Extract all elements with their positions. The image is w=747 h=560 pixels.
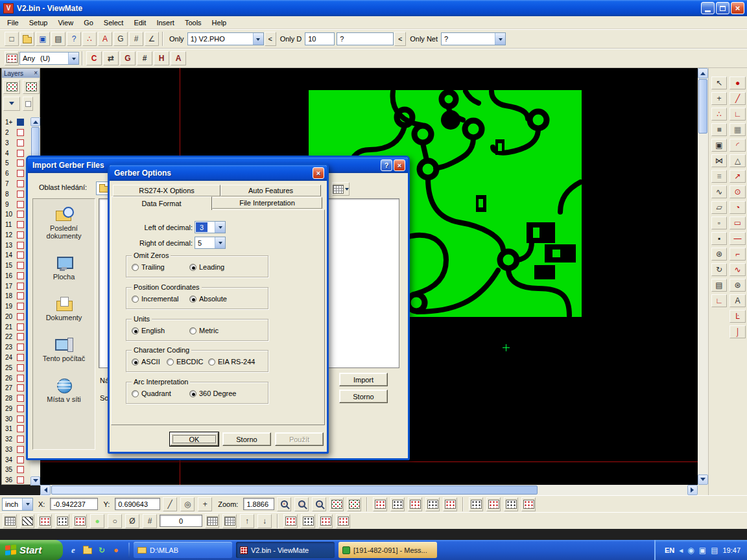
d-code-grid-icon[interactable]: # — [129, 32, 143, 46]
layer-visibility-box[interactable] — [17, 292, 24, 299]
radio-ascii[interactable]: ASCII — [132, 358, 160, 366]
save-icon[interactable]: ▣ — [36, 32, 50, 46]
circle-pad-icon[interactable]: ⊙ — [729, 185, 746, 198]
layer-visibility-box[interactable] — [17, 405, 24, 412]
close-icon[interactable]: × — [34, 70, 38, 76]
dcode-table-icon[interactable] — [390, 497, 405, 511]
chevron-down-icon[interactable] — [253, 33, 263, 45]
net-filter-combo[interactable]: ? — [441, 32, 506, 45]
prev-dcode-button[interactable]: < — [265, 32, 276, 46]
cancel-button[interactable]: Storno — [339, 390, 388, 403]
export-table-icon[interactable] — [521, 497, 536, 511]
layer-visibility-box[interactable] — [17, 344, 24, 351]
grid-dots-icon[interactable] — [3, 514, 17, 528]
c-code-icon[interactable]: C — [86, 51, 102, 65]
export-icon[interactable]: ▤ — [711, 279, 727, 292]
trace-table-icon[interactable] — [73, 514, 87, 528]
place-item[interactable]: Poslední dokumenty — [34, 207, 94, 240]
start-button[interactable]: Start — [0, 540, 63, 560]
rotate-icon[interactable]: ↻ — [711, 263, 727, 276]
l-tool-icon[interactable]: Ŀ — [729, 310, 746, 323]
layer-row[interactable]: 2 — [2, 128, 30, 138]
layer-view-button[interactable] — [3, 80, 20, 94]
close-button[interactable]: × — [394, 159, 405, 171]
pad-report-icon[interactable] — [283, 514, 298, 528]
grid-table-icon[interactable]: # — [143, 514, 157, 528]
ruler-icon[interactable]: ∠ — [145, 32, 159, 46]
layer-visibility-box[interactable] — [17, 446, 24, 453]
layer-visibility-box[interactable] — [17, 333, 24, 340]
dot-grid2-icon[interactable] — [222, 514, 237, 528]
menu-item[interactable]: Tools — [180, 18, 207, 28]
circle-tool-icon[interactable]: ○ — [108, 514, 122, 528]
chevron-down-icon[interactable] — [22, 498, 32, 510]
merge-table-icon[interactable] — [504, 497, 518, 511]
mirror-icon[interactable]: ⋈ — [711, 154, 727, 167]
place-item[interactable]: Plocha — [34, 255, 94, 281]
ok-button[interactable]: OK — [170, 432, 219, 446]
keyboard-tray-icon[interactable]: ▤ — [711, 546, 718, 554]
chevron-down-icon[interactable] — [215, 222, 225, 233]
null-aperture-icon[interactable]: Ø — [125, 514, 139, 528]
radio-leading[interactable]: Leading — [189, 263, 224, 271]
layer-visibility-box[interactable] — [17, 476, 24, 484]
arc-tool-icon[interactable]: ◜ — [729, 139, 746, 152]
hatch-icon[interactable]: ≡ — [711, 170, 727, 183]
radio-ebcdic[interactable]: EBCDIC — [167, 358, 204, 366]
g-code-icon[interactable]: G — [113, 32, 128, 46]
layer-table-icon[interactable] — [373, 497, 387, 511]
layer-visibility-box[interactable] — [17, 415, 24, 423]
measure-line-icon[interactable]: ╱ — [163, 497, 177, 511]
zoom-selection-icon[interactable]: ○ — [312, 497, 326, 511]
layer-visibility-box[interactable] — [17, 313, 24, 320]
layer-visibility-box[interactable] — [17, 191, 24, 198]
close-button[interactable]: × — [313, 167, 324, 179]
left-of-decimal-combo[interactable]: 3 — [195, 221, 226, 233]
layer-visibility-box[interactable] — [17, 283, 24, 290]
zigzag-icon[interactable]: ∿ — [729, 263, 746, 276]
import-button[interactable]: Import — [339, 373, 388, 386]
rect-outline-icon[interactable]: ▭ — [729, 216, 746, 229]
menu-item[interactable]: File — [2, 18, 24, 28]
tab-file-interpretation[interactable]: File Interpretation — [212, 197, 322, 209]
line-tool-icon[interactable]: ╱ — [729, 92, 746, 105]
layer-visibility-box[interactable] — [17, 303, 24, 310]
apply-button[interactable]: Použít — [275, 432, 324, 446]
messenger-tray-icon[interactable]: ◉ — [687, 546, 694, 554]
place-item[interactable]: Tento počítač — [34, 337, 94, 362]
layer-row[interactable]: 36 — [2, 475, 30, 485]
status-light-icon[interactable]: ● — [90, 514, 104, 528]
pan-icon[interactable]: + — [711, 92, 727, 105]
swap-layers-icon[interactable]: ⇄ — [103, 51, 119, 65]
hscroll-thumb[interactable] — [51, 485, 538, 495]
tray-arrow-icon[interactable]: ◂ — [679, 546, 683, 554]
dot-grid-icon[interactable] — [205, 514, 219, 528]
layer-visibility-box[interactable] — [17, 354, 24, 361]
canvas-vscrollbar[interactable] — [698, 68, 708, 485]
radio-eia-rs244[interactable]: EIA RS-244 — [208, 358, 255, 366]
grid-icon[interactable]: # — [137, 51, 152, 65]
folder-quick-icon[interactable] — [82, 545, 93, 555]
filled-square-icon[interactable]: ■ — [711, 123, 727, 136]
marquee-icon[interactable]: ▫ — [711, 216, 727, 229]
layer-visibility-box[interactable] — [17, 436, 24, 443]
radio-trailing[interactable]: Trailing — [132, 263, 165, 271]
rect-pad-icon[interactable]: ▦ — [729, 123, 746, 136]
radio-quadrant[interactable]: Quadrant — [132, 390, 171, 397]
measure-icon[interactable]: A — [98, 32, 112, 46]
select-points-icon[interactable]: ∴ — [711, 108, 727, 121]
move-up-icon[interactable]: ↑ — [240, 514, 254, 528]
print-icon[interactable]: ▤ — [51, 32, 65, 46]
layer-row[interactable]: 35 — [2, 465, 30, 475]
layer-visibility-box[interactable] — [17, 231, 24, 239]
polyline-tool-icon[interactable]: ∟ — [729, 108, 746, 121]
layer-visibility-box[interactable] — [17, 364, 24, 371]
vscroll-thumb[interactable] — [698, 79, 707, 134]
canvas-hscrollbar[interactable] — [40, 485, 698, 495]
net-list-icon[interactable] — [329, 497, 344, 511]
grid-step-field[interactable]: 0 — [160, 515, 202, 527]
layer-visibility-box[interactable] — [17, 262, 24, 269]
taskbar-task[interactable]: [191-482-091] - Mess... — [338, 542, 437, 558]
snap-target-icon[interactable]: ◎ — [180, 497, 195, 511]
layer-filter-combo[interactable]: 1) V2.PHO — [187, 32, 264, 45]
